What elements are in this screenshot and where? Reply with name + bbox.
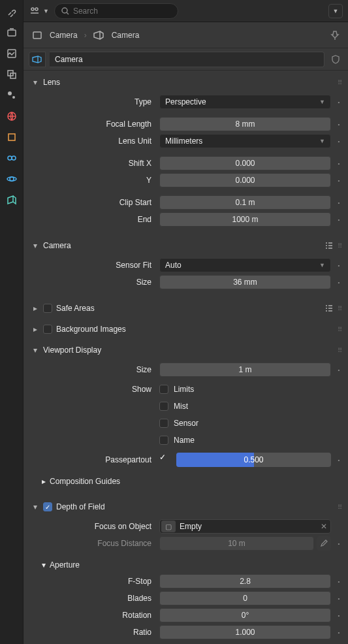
focal-length-label: Focal Length bbox=[31, 120, 155, 129]
passepartout-slider[interactable]: 0.500 bbox=[176, 453, 331, 467]
clear-icon[interactable]: ✕ bbox=[319, 522, 329, 531]
drag-handle-icon[interactable]: ⠿ bbox=[324, 241, 343, 250]
drag-handle-icon[interactable]: ⠿ bbox=[338, 347, 343, 354]
viewport-size-field[interactable]: 1 m bbox=[159, 362, 331, 377]
scene-collection-icon[interactable] bbox=[31, 29, 43, 41]
show-name-checkbox[interactable] bbox=[159, 436, 168, 445]
shift-x-field[interactable]: 0.000 bbox=[159, 156, 331, 170]
keyframe-dot[interactable]: • bbox=[335, 579, 343, 585]
object-data-icon[interactable] bbox=[5, 193, 18, 206]
limits-label: Limits bbox=[174, 385, 194, 394]
clip-end-field[interactable]: 1000 m bbox=[159, 212, 331, 227]
svg-point-12 bbox=[31, 8, 34, 10]
show-mist-checkbox[interactable] bbox=[159, 402, 168, 411]
dof-panel-header[interactable]: ▾ ✓ Depth of Field ⠿ bbox=[31, 498, 343, 516]
preset-list-icon[interactable] bbox=[324, 241, 334, 250]
composition-guides-header[interactable]: ▸ Composition Guides bbox=[31, 473, 343, 490]
subpanel-title: Aperture bbox=[50, 560, 80, 570]
editor-type-selector[interactable]: ▼ bbox=[29, 5, 49, 17]
chevron-down-icon: ▾ bbox=[31, 242, 39, 250]
subpanel-title: Composition Guides bbox=[50, 477, 120, 486]
empty-object-icon[interactable]: ▢ bbox=[161, 521, 176, 532]
chevron-right-icon: ▸ bbox=[31, 304, 39, 312]
keyframe-dot[interactable]: • bbox=[335, 200, 343, 206]
physics-icon[interactable] bbox=[5, 172, 18, 185]
pin-icon[interactable] bbox=[330, 30, 340, 40]
options-dropdown[interactable]: ▼ bbox=[328, 4, 343, 18]
safe-areas-panel-header[interactable]: ▸ Safe Areas ⠿ bbox=[31, 299, 343, 317]
shift-y-field[interactable]: 0.000 bbox=[159, 173, 331, 187]
keyframe-dot[interactable]: • bbox=[335, 541, 343, 547]
camera-panel: ▾ Camera ⠿ Sensor Fit Auto▼ • Size 36 mm… bbox=[31, 236, 343, 297]
panel-title: Lens bbox=[43, 78, 60, 87]
camera-panel-header[interactable]: ▾ Camera ⠿ bbox=[31, 236, 343, 255]
show-limits-checkbox[interactable] bbox=[159, 385, 168, 394]
keyframe-dot[interactable]: • bbox=[335, 613, 343, 619]
aperture-header[interactable]: ▾ Aperture bbox=[31, 556, 343, 573]
keyframe-dot[interactable]: • bbox=[335, 596, 343, 602]
clip-start-field[interactable]: 0.1 m bbox=[159, 195, 331, 210]
mist-label: Mist bbox=[174, 402, 188, 411]
show-sensor-checkbox[interactable] bbox=[159, 419, 168, 428]
lens-panel-header[interactable]: ▾ Lens ⠿ bbox=[31, 73, 343, 91]
world-icon[interactable] bbox=[5, 110, 18, 123]
datablock-row: Camera bbox=[24, 48, 348, 71]
search-input[interactable] bbox=[54, 3, 178, 19]
constraint-icon[interactable] bbox=[5, 152, 18, 165]
keyframe-dot[interactable]: • bbox=[335, 263, 343, 268]
panel-title: Viewport Display bbox=[43, 346, 101, 355]
output-icon[interactable] bbox=[5, 47, 18, 60]
keyframe-dot[interactable]: • bbox=[335, 217, 343, 223]
fake-user-icon[interactable] bbox=[328, 55, 343, 64]
passepartout-checkbox[interactable]: ✓ bbox=[159, 453, 174, 467]
panel-title: Depth of Field bbox=[56, 502, 105, 511]
keyframe-dot[interactable]: • bbox=[335, 161, 343, 167]
breadcrumb-item[interactable]: Camera bbox=[50, 31, 78, 40]
dof-checkbox[interactable]: ✓ bbox=[43, 502, 52, 511]
ratio-field[interactable]: 1.000 bbox=[159, 625, 331, 639]
blades-field[interactable]: 0 bbox=[159, 591, 331, 605]
breadcrumb-item[interactable]: Camera bbox=[112, 31, 140, 40]
camera-datablock-icon[interactable] bbox=[29, 52, 46, 67]
drag-handle-icon[interactable]: ⠿ bbox=[324, 304, 343, 313]
sensor-fit-select[interactable]: Auto▼ bbox=[159, 258, 331, 272]
viewlayer-icon[interactable] bbox=[5, 68, 18, 81]
eyedropper-icon[interactable] bbox=[317, 536, 331, 551]
keyframe-dot[interactable]: • bbox=[335, 178, 343, 184]
keyframe-dot[interactable]: • bbox=[335, 280, 343, 285]
name-label: Name bbox=[174, 436, 195, 445]
keyframe-dot[interactable]: • bbox=[335, 138, 343, 144]
focal-length-field[interactable]: 8 mm bbox=[159, 117, 331, 131]
fstop-field[interactable]: 2.8 bbox=[159, 574, 331, 588]
rotation-field[interactable]: 0° bbox=[159, 608, 331, 622]
svg-point-8 bbox=[8, 156, 12, 160]
bg-images-checkbox[interactable] bbox=[43, 325, 52, 334]
focus-object-picker[interactable]: ▢ Empty ✕ bbox=[159, 519, 331, 534]
editor-header: ▼ ▼ bbox=[24, 0, 348, 22]
datablock-name-field[interactable]: Camera bbox=[50, 52, 324, 67]
scene-icon[interactable] bbox=[5, 89, 18, 102]
tool-icon[interactable] bbox=[5, 5, 18, 18]
object-icon[interactable] bbox=[5, 131, 18, 144]
svg-rect-7 bbox=[8, 134, 15, 140]
keyframe-dot[interactable]: • bbox=[335, 630, 343, 636]
keyframe-dot[interactable]: • bbox=[335, 121, 343, 127]
drag-handle-icon[interactable]: ⠿ bbox=[338, 79, 343, 86]
safe-areas-checkbox[interactable] bbox=[43, 304, 52, 313]
viewport-display-panel-header[interactable]: ▾ Viewport Display ⠿ bbox=[31, 341, 343, 359]
keyframe-dot[interactable]: • bbox=[335, 99, 343, 105]
lens-unit-select[interactable]: Millimeters▼ bbox=[159, 134, 331, 148]
passepartout-label: Passepartout bbox=[31, 455, 155, 464]
keyframe-dot[interactable]: • bbox=[335, 457, 343, 463]
focus-distance-field: 10 m bbox=[159, 536, 314, 551]
panel-title: Background Images bbox=[56, 325, 126, 334]
svg-point-4 bbox=[8, 91, 12, 95]
drag-handle-icon[interactable]: ⠿ bbox=[338, 504, 343, 511]
keyframe-dot[interactable]: • bbox=[335, 367, 343, 373]
lens-type-select[interactable]: Perspective▼ bbox=[159, 95, 331, 109]
drag-handle-icon[interactable]: ⠿ bbox=[338, 326, 343, 333]
bg-images-panel-header[interactable]: ▸ Background Images ⠿ bbox=[31, 320, 343, 338]
render-icon[interactable] bbox=[5, 26, 18, 39]
preset-list-icon[interactable] bbox=[324, 304, 334, 313]
sensor-size-field[interactable]: 36 mm bbox=[159, 275, 331, 289]
